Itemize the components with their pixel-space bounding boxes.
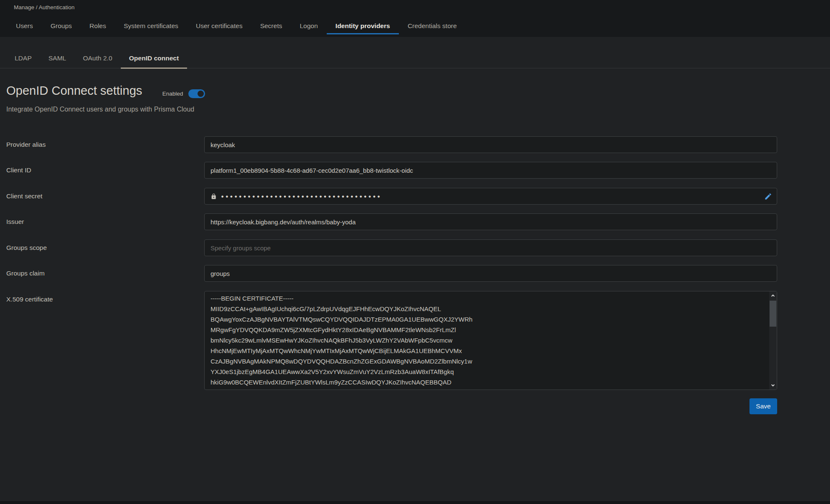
enabled-label: Enabled	[162, 91, 183, 97]
tab-credentials-store[interactable]: Credentials store	[399, 18, 466, 34]
client-secret-label: Client secret	[6, 188, 145, 205]
identity-provider-subtabs: LDAP SAML OAuth 2.0 OpenID connect	[0, 42, 830, 68]
subtab-oauth2[interactable]: OAuth 2.0	[75, 55, 121, 69]
x509-certificate-value: -----BEGIN CERTIFICATE----- MIID9zCCAt+g…	[211, 293, 767, 388]
client-secret-field[interactable]: ●●●●●●●●●●●●●●●●●●●●●●●●●●●●●●●●●●●●	[204, 188, 777, 205]
enabled-toggle[interactable]	[188, 89, 205, 98]
authentication-page: Manage / Authentication Users Groups Rol…	[0, 0, 830, 504]
client-id-label: Client ID	[6, 162, 145, 179]
tab-system-certificates[interactable]: System certificates	[115, 18, 187, 34]
x509-certificate-textarea[interactable]: -----BEGIN CERTIFICATE----- MIID9zCCAt+g…	[204, 291, 777, 390]
tab-groups[interactable]: Groups	[42, 18, 81, 34]
x509-certificate-label: X.509 certificate	[6, 291, 145, 308]
tab-secrets[interactable]: Secrets	[251, 18, 291, 34]
groups-claim-label: Groups claim	[6, 265, 145, 282]
edit-secret-button[interactable]	[762, 191, 773, 202]
main-tabs: Users Groups Roles System certificates U…	[7, 18, 466, 34]
issuer-label: Issuer	[6, 213, 145, 230]
breadcrumb: Manage / Authentication	[14, 4, 75, 10]
provider-alias-input[interactable]	[204, 136, 777, 153]
subtab-ldap[interactable]: LDAP	[6, 55, 40, 69]
toggle-knob	[198, 91, 204, 97]
subtab-openid-connect[interactable]: OpenID connect	[121, 55, 187, 69]
scroll-up-icon[interactable]	[769, 291, 777, 300]
scrollbar-thumb[interactable]	[770, 301, 776, 327]
subtab-saml[interactable]: SAML	[40, 55, 75, 69]
client-secret-masked-value: ●●●●●●●●●●●●●●●●●●●●●●●●●●●●●●●●●●●●	[221, 194, 382, 199]
top-header: Manage / Authentication Users Groups Rol…	[0, 0, 830, 37]
save-button[interactable]: Save	[749, 398, 777, 414]
groups-claim-input[interactable]	[204, 265, 777, 282]
lock-icon	[211, 193, 217, 200]
groups-scope-input[interactable]	[204, 239, 777, 256]
tab-roles[interactable]: Roles	[81, 18, 115, 34]
page-subtitle: Integrate OpenID Connect users and group…	[6, 106, 194, 113]
tab-user-certificates[interactable]: User certificates	[187, 18, 251, 34]
edit-pencil-icon	[764, 192, 772, 200]
tab-users[interactable]: Users	[7, 18, 42, 34]
tab-identity-providers[interactable]: Identity providers	[327, 18, 399, 34]
issuer-input[interactable]	[204, 213, 777, 230]
client-id-input[interactable]	[204, 162, 777, 179]
footer-strip	[0, 501, 830, 504]
provider-alias-label: Provider alias	[6, 136, 145, 153]
tab-logon[interactable]: Logon	[291, 18, 327, 34]
groups-scope-label: Groups scope	[6, 239, 145, 256]
scroll-down-icon[interactable]	[769, 381, 777, 390]
certificate-scrollbar[interactable]	[769, 291, 777, 390]
page-title: OpenID Connect settings	[6, 84, 142, 98]
